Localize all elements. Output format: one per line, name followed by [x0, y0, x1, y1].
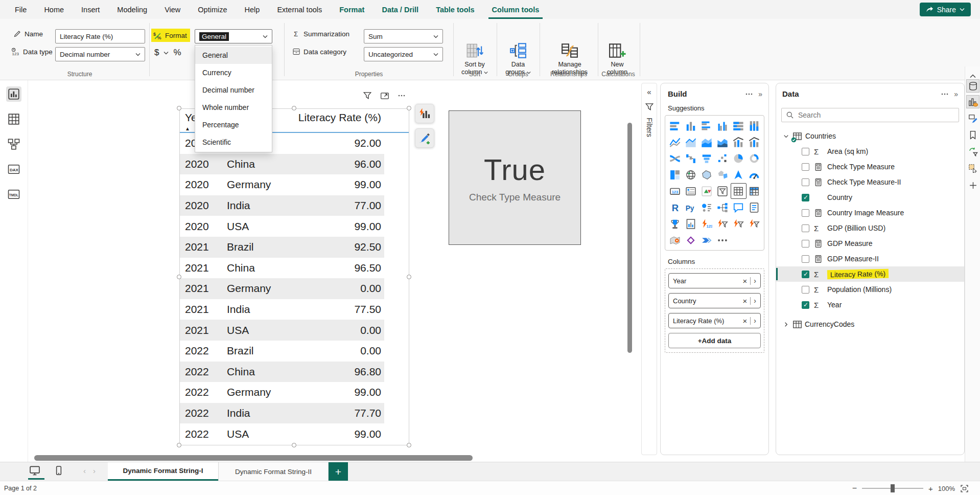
- model-view-icon[interactable]: [6, 137, 21, 152]
- well-field-year[interactable]: Year ×›: [668, 273, 761, 288]
- resize-handle[interactable]: [177, 443, 181, 447]
- power-automate-icon[interactable]: [698, 232, 714, 248]
- zoom-slider-handle[interactable]: [891, 484, 895, 492]
- menu-tab-table-tools[interactable]: Table tools: [427, 0, 483, 19]
- tree-field-check-type-measure[interactable]: Check Type Measure: [776, 159, 964, 174]
- table-view-icon[interactable]: [6, 111, 21, 127]
- stacked-area-chart-icon[interactable]: [698, 134, 714, 150]
- quick-text-filter-icon[interactable]: [731, 216, 746, 232]
- python-visual-icon[interactable]: Py: [683, 199, 698, 215]
- resize-handle[interactable]: [177, 275, 181, 279]
- table-row[interactable]: 2020India77.00: [180, 195, 384, 216]
- resize-handle[interactable]: [407, 443, 411, 447]
- table-row[interactable]: 2020China96.00: [180, 154, 384, 175]
- quick-note-filter-icon[interactable]: [746, 216, 762, 232]
- field-checkbox[interactable]: [802, 255, 809, 263]
- table-row[interactable]: 2021USA0.00: [180, 320, 384, 341]
- field-checkbox[interactable]: [802, 271, 809, 278]
- optimize-pane-switch-icon[interactable]: [966, 145, 979, 158]
- next-page-icon[interactable]: ›: [93, 466, 96, 475]
- mobile-layout-icon[interactable]: [54, 465, 64, 476]
- table-row[interactable]: 2021Brazil92.50: [180, 237, 384, 258]
- ribbon-chart-icon[interactable]: [667, 150, 683, 166]
- clustered-bar-chart-icon[interactable]: [698, 118, 714, 133]
- filled-map-icon[interactable]: [698, 167, 714, 183]
- filters-pane-collapsed[interactable]: « Filters: [641, 83, 657, 455]
- menu-item-help[interactable]: Help: [236, 0, 269, 19]
- menu-tab-column-tools[interactable]: Column tools: [483, 0, 548, 19]
- data-pane-switch-icon[interactable]: [966, 79, 979, 93]
- more-options-icon[interactable]: [745, 90, 753, 98]
- field-checkbox[interactable]: [802, 194, 809, 201]
- search-box[interactable]: [781, 108, 959, 122]
- bookmarks-pane-switch-icon[interactable]: [966, 128, 979, 142]
- well-field-country[interactable]: Country ×›: [668, 293, 761, 308]
- kpi-icon[interactable]: [698, 183, 714, 199]
- shape-map-icon[interactable]: [714, 167, 730, 183]
- waterfall-chart-icon[interactable]: [683, 150, 698, 166]
- slicer-icon[interactable]: [714, 183, 730, 199]
- pie-chart-icon[interactable]: [731, 150, 746, 166]
- table-row[interactable]: 2022India77.70: [180, 403, 384, 424]
- add-data-button[interactable]: +Add data: [668, 333, 761, 348]
- menu-item-external-tools[interactable]: External tools: [268, 0, 331, 19]
- currency-format-button[interactable]: $: [154, 48, 159, 58]
- menu-item-view[interactable]: View: [156, 0, 189, 19]
- 100-stacked-bar-chart-icon[interactable]: [731, 118, 746, 133]
- line-chart-icon[interactable]: [667, 134, 683, 150]
- quick-visual-filter-icon[interactable]: [714, 216, 730, 232]
- stacked-bar-chart-icon[interactable]: [667, 118, 683, 133]
- desktop-layout-icon[interactable]: [29, 465, 40, 476]
- resize-handle[interactable]: [292, 106, 296, 110]
- metrics-icon[interactable]: [667, 216, 683, 232]
- azure-map-icon[interactable]: [731, 167, 746, 183]
- table-row[interactable]: 2022Germany99.00: [180, 382, 384, 403]
- report-view-icon[interactable]: [6, 86, 21, 102]
- selection-pane-switch-icon[interactable]: [966, 162, 979, 175]
- tmdl-view-icon[interactable]: TMDL: [6, 187, 21, 202]
- format-combobox[interactable]: General: [195, 29, 272, 43]
- table-row[interactable]: 2022China96.80: [180, 362, 384, 382]
- field-checkbox[interactable]: [802, 209, 809, 217]
- field-checkbox[interactable]: [802, 240, 809, 248]
- 100-stacked-column-chart-icon[interactable]: [746, 118, 762, 133]
- multi-row-card-icon[interactable]: [683, 183, 698, 199]
- menu-item-insert[interactable]: Insert: [73, 0, 108, 19]
- chevron-down-icon[interactable]: [164, 51, 169, 55]
- menu-tab-data-drill[interactable]: Data / Drill: [373, 0, 427, 19]
- table-visual[interactable]: Year Country Literacy Rate (%) ▲ 2020Bra…: [179, 108, 409, 445]
- visual-filter-icon[interactable]: [363, 91, 372, 100]
- tree-table-currencycodes[interactable]: CurrencyCodes: [776, 317, 964, 332]
- arcgis-map-icon[interactable]: [667, 232, 683, 248]
- table-row[interactable]: 2021Germany0.00: [180, 278, 384, 299]
- field-checkbox[interactable]: [802, 178, 809, 186]
- remove-field-icon[interactable]: ×: [743, 317, 748, 325]
- data-category-select[interactable]: Uncategorized: [364, 47, 443, 61]
- remove-field-icon[interactable]: ×: [743, 297, 748, 305]
- tree-field-population-millions-[interactable]: ΣPopulation (Millions): [776, 282, 964, 297]
- power-apps-icon[interactable]: [683, 232, 698, 248]
- field-checkbox[interactable]: [802, 286, 809, 294]
- percent-format-button[interactable]: %: [173, 48, 181, 58]
- format-option-decimal-number[interactable]: Decimal number: [195, 81, 272, 99]
- canvas-horizontal-scrollbar[interactable]: [34, 455, 473, 461]
- expand-field-icon[interactable]: ›: [754, 277, 756, 285]
- menu-item-optimize[interactable]: Optimize: [189, 0, 236, 19]
- add-pane-icon[interactable]: [966, 178, 979, 192]
- line-stacked-column-chart-icon[interactable]: [731, 134, 746, 150]
- tree-field-area-sq-km-[interactable]: ΣArea (sq km): [776, 144, 964, 159]
- chevron-right-icon[interactable]: [782, 321, 790, 328]
- more-visuals-icon[interactable]: [714, 232, 730, 248]
- menu-tab-format[interactable]: Format: [331, 0, 373, 19]
- more-options-icon[interactable]: [941, 90, 949, 98]
- resize-handle[interactable]: [177, 106, 181, 110]
- tree-field-gdp-billion-usd-[interactable]: ΣGDP (Billion USD): [776, 220, 964, 236]
- scatter-chart-icon[interactable]: [714, 150, 730, 166]
- field-checkbox[interactable]: [802, 301, 809, 309]
- report-canvas[interactable]: Year Country Literacy Rate (%) ▲ 2020Bra…: [28, 80, 636, 462]
- page-tab-1[interactable]: Dynamic Format String-I: [108, 462, 218, 481]
- donut-chart-icon[interactable]: [746, 150, 762, 166]
- tree-field-gdp-measure-ii[interactable]: GDP Measure-II: [776, 251, 964, 266]
- format-painter-button[interactable]: [415, 128, 434, 148]
- table-row[interactable]: 2022Brazil0.00: [180, 341, 384, 362]
